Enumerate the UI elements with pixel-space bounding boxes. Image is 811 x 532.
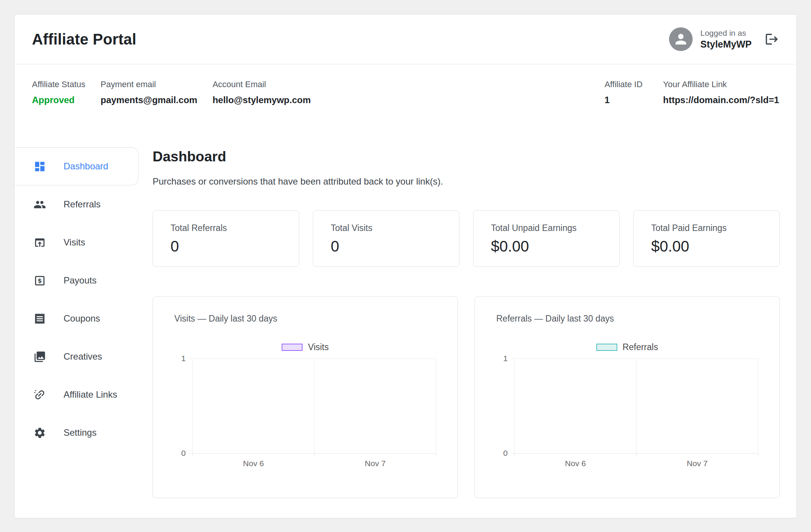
- avatar: [669, 27, 693, 51]
- user-area: Logged in as StyleMyWP: [669, 27, 779, 51]
- sidebar-item-label: Coupons: [64, 313, 100, 324]
- stat-value: 0: [331, 238, 441, 255]
- creatives-icon: [33, 350, 46, 363]
- sidebar-item-label: Visits: [64, 237, 85, 248]
- sidebar-item-label: Settings: [64, 427, 97, 438]
- sidebar-item-creatives[interactable]: Creatives: [14, 338, 139, 376]
- account-email-field: Account Email hello@stylemywp.com: [212, 80, 311, 105]
- referrals-plot: 01: [515, 358, 758, 454]
- affiliate-id-field: Affiliate ID 1: [604, 80, 642, 105]
- logout-button[interactable]: [765, 32, 779, 46]
- stat-card-total-referrals: Total Referrals 0: [153, 210, 299, 267]
- stats-row: Total Referrals 0 Total Visits 0 Total U…: [153, 210, 780, 267]
- chart-title: Referrals — Daily last 30 days: [496, 314, 758, 324]
- visits-legend-swatch: [282, 344, 303, 351]
- referrals-legend-swatch: [596, 344, 617, 351]
- person-avatar-icon: [673, 31, 689, 47]
- visits-x-axis-labels: Nov 6Nov 7: [193, 454, 436, 471]
- stat-label: Total Visits: [331, 223, 441, 233]
- affiliate-link-field: Your Affiliate Link https://domain.com/?…: [663, 80, 779, 105]
- sidebar-item-referrals[interactable]: Referrals: [14, 185, 139, 223]
- affiliate-id-value: 1: [604, 95, 642, 105]
- stat-card-total-unpaid-earnings: Total Unpaid Earnings $0.00: [473, 210, 620, 267]
- stat-card-total-paid-earnings: Total Paid Earnings $0.00: [633, 210, 780, 267]
- settings-icon: [33, 427, 46, 439]
- stat-value: 0: [170, 238, 281, 255]
- referrals-legend-label: Referrals: [623, 342, 658, 352]
- stat-label: Total Unpaid Earnings: [491, 223, 602, 233]
- sidebar-item-label: Affiliate Links: [64, 389, 117, 400]
- affiliate-id-label: Affiliate ID: [604, 80, 642, 89]
- visits-legend[interactable]: Visits: [174, 342, 436, 352]
- sidebar-item-dashboard[interactable]: Dashboard: [14, 147, 139, 185]
- dashboard-icon: [33, 160, 46, 173]
- sidebar-item-coupons[interactable]: Coupons: [14, 299, 139, 338]
- stat-card-total-visits: Total Visits 0: [313, 210, 459, 267]
- payment-email-label: Payment email: [100, 80, 197, 89]
- sidebar-item-settings[interactable]: Settings: [14, 414, 139, 452]
- stat-label: Total Paid Earnings: [651, 223, 762, 233]
- user-text: Logged in as StyleMyWP: [700, 28, 752, 51]
- header: Affiliate Portal Logged in as StyleMyWP: [14, 14, 797, 64]
- payouts-icon: $: [33, 274, 46, 287]
- visits-icon: [33, 236, 46, 249]
- affiliate-status-label: Affiliate Status: [32, 80, 85, 89]
- people-icon: [33, 198, 46, 211]
- affiliate-link-value: https://domain.com/?sld=1: [663, 95, 779, 105]
- account-email-label: Account Email: [212, 80, 311, 89]
- page-title: Affiliate Portal: [32, 31, 136, 48]
- affiliate-info-bar: Affiliate Status Approved Payment email …: [14, 64, 797, 124]
- content-layout: Dashboard Referrals Visits $ Payouts: [14, 147, 797, 518]
- visits-chart-card: Visits — Daily last 30 days Visits 01 No…: [153, 296, 458, 498]
- visits-plot-area: 01 Nov 6Nov 7: [193, 358, 436, 471]
- stat-value: $0.00: [651, 238, 762, 255]
- sidebar-item-label: Payouts: [64, 275, 97, 286]
- logout-icon: [765, 32, 779, 46]
- sidebar-item-payouts[interactable]: $ Payouts: [14, 261, 139, 299]
- account-email-value: hello@stylemywp.com: [212, 95, 311, 105]
- sidebar-item-label: Referrals: [64, 199, 100, 210]
- sidebar-item-label: Creatives: [64, 351, 102, 362]
- sidebar: Dashboard Referrals Visits $ Payouts: [14, 147, 139, 452]
- affiliate-portal-window: Affiliate Portal Logged in as StyleMyWP …: [14, 14, 797, 518]
- payment-email-field: Payment email payments@gmail.com: [100, 80, 197, 105]
- visits-plot: 01: [193, 358, 436, 454]
- affiliate-status-field: Affiliate Status Approved: [32, 80, 85, 105]
- referrals-x-axis-labels: Nov 6Nov 7: [515, 454, 758, 471]
- affiliate-status-value: Approved: [32, 95, 85, 105]
- chart-title: Visits — Daily last 30 days: [174, 314, 436, 324]
- sidebar-item-label: Dashboard: [64, 161, 108, 172]
- main-content: Dashboard Purchases or conversions that …: [139, 147, 797, 498]
- username: StyleMyWP: [700, 38, 752, 51]
- svg-text:$: $: [38, 277, 42, 284]
- stat-value: $0.00: [491, 238, 602, 255]
- logged-in-as-label: Logged in as: [700, 28, 752, 38]
- affiliate-links-icon: [33, 389, 46, 401]
- referrals-legend[interactable]: Referrals: [496, 342, 758, 352]
- affiliate-link-label: Your Affiliate Link: [663, 80, 779, 89]
- stat-label: Total Referrals: [170, 223, 281, 233]
- coupons-icon: [33, 312, 46, 325]
- referrals-chart-card: Referrals — Daily last 30 days Referrals…: [475, 296, 780, 498]
- visits-legend-label: Visits: [308, 342, 329, 352]
- sidebar-item-visits[interactable]: Visits: [14, 223, 139, 261]
- referrals-plot-area: 01 Nov 6Nov 7: [515, 358, 758, 471]
- section-subtitle: Purchases or conversions that have been …: [153, 176, 780, 187]
- charts-row: Visits — Daily last 30 days Visits 01 No…: [153, 296, 780, 498]
- payment-email-value: payments@gmail.com: [100, 95, 197, 105]
- section-title: Dashboard: [153, 149, 780, 165]
- sidebar-item-affiliate-links[interactable]: Affiliate Links: [14, 376, 139, 414]
